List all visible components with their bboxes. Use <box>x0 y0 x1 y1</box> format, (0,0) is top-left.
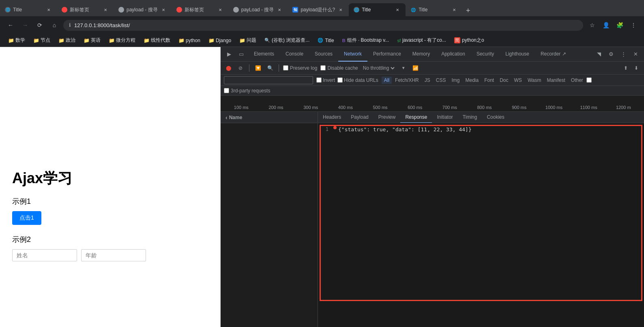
tab-memory[interactable]: Memory <box>407 47 436 62</box>
bookmark-math[interactable]: 📁 数学 <box>5 36 28 45</box>
filter-type-css[interactable]: CSS <box>434 77 449 84</box>
invert-checkbox[interactable] <box>316 77 322 83</box>
invert-label[interactable]: Invert <box>316 77 335 83</box>
bookmark-star-icon[interactable]: ☆ <box>586 19 598 31</box>
tab-8[interactable]: 🌐 Title ✕ <box>406 3 462 16</box>
filter-icon[interactable]: 🔽 <box>253 64 262 73</box>
settings-icon[interactable]: ⋮ <box>628 19 639 31</box>
filter-input[interactable] <box>224 76 313 84</box>
devtools-settings-icon[interactable]: ⚙ <box>606 49 616 60</box>
tab-close-3[interactable]: ✕ <box>160 6 167 13</box>
disable-cache-checkbox[interactable] <box>320 65 326 71</box>
preserve-log-checkbox[interactable] <box>283 65 288 71</box>
record-icon[interactable]: ⬤ <box>224 64 233 73</box>
left-arrow-btn[interactable]: ‹ <box>224 114 229 121</box>
tab-3[interactable]: payload - 搜寻 ✕ <box>114 3 172 16</box>
filter-type-img[interactable]: Img <box>449 77 462 84</box>
detail-tab-headers[interactable]: Headers <box>318 112 346 123</box>
bookmark-python[interactable]: 📁 python <box>175 36 204 45</box>
tab-close-6[interactable]: ✕ <box>337 6 344 13</box>
filter-type-js[interactable]: JS <box>422 77 433 84</box>
import-icon[interactable]: ⬆ <box>621 64 630 73</box>
throttle-select[interactable]: No throttling <box>361 65 396 71</box>
tab-elements[interactable]: Elements <box>248 47 280 62</box>
devtools-overflow-icon[interactable]: ◥ <box>594 49 604 60</box>
profile-icon[interactable]: 👤 <box>600 19 612 31</box>
tab-close-5[interactable]: ✕ <box>276 6 283 13</box>
tab-application[interactable]: Application <box>436 47 471 62</box>
detail-tab-initiator[interactable]: Initiator <box>432 112 457 123</box>
tab-lighthouse[interactable]: Lighthouse <box>500 47 535 62</box>
bookmark-linear-algebra[interactable]: 📁 线性代数 <box>140 36 174 45</box>
tab-2[interactable]: 新标签页 ✕ <box>57 3 114 16</box>
devtools-more-icon[interactable]: ⋮ <box>618 49 629 60</box>
bookmark-english[interactable]: 📁 英语 <box>80 36 104 45</box>
tab-close-2[interactable]: ✕ <box>102 6 109 13</box>
home-button[interactable]: ⌂ <box>49 19 60 31</box>
detail-tab-payload[interactable]: Payload <box>346 112 373 123</box>
hide-data-urls-checkbox[interactable] <box>337 77 343 83</box>
bookmark-bootstrap[interactable]: B 组件 · Bootstrap v... <box>339 36 393 45</box>
tab-close-8[interactable]: ✕ <box>451 6 457 13</box>
filter-type-other-checkbox[interactable] <box>586 77 592 83</box>
export-icon[interactable]: ⬇ <box>632 64 641 73</box>
tab-network[interactable]: Network <box>338 47 367 62</box>
detail-tab-timing[interactable]: Timing <box>458 112 482 123</box>
throttle-dropdown-icon[interactable]: ▼ <box>399 64 408 73</box>
tab-title[interactable]: 🌐 Title ✕ <box>0 3 57 16</box>
devtools-close-icon[interactable]: ✕ <box>630 49 641 60</box>
tab-security[interactable]: Security <box>471 47 500 62</box>
tab-5[interactable]: payLoad - 搜寻 ✕ <box>228 3 288 16</box>
bookmark-politics[interactable]: 📁 政治 <box>55 36 79 45</box>
bookmark-title[interactable]: 🌐 Title <box>314 36 337 45</box>
back-button[interactable]: ← <box>5 19 16 31</box>
bookmark-python2[interactable]: 简 python之o <box>451 36 487 45</box>
bookmark-javascript[interactable]: sf javascript - 有了co... <box>394 36 449 45</box>
third-party-label[interactable]: 3rd-party requests <box>224 88 270 94</box>
third-party-checkbox[interactable] <box>224 88 229 93</box>
bookmark-diff-eq[interactable]: 📁 微分方程 <box>105 36 139 45</box>
filter-type-ws[interactable]: WS <box>512 77 524 84</box>
click1-button[interactable]: 点击1 <box>12 211 41 225</box>
bookmark-questions[interactable]: 📁 问题 <box>236 36 260 45</box>
tab-recorder[interactable]: Recorder ↗ <box>535 47 572 62</box>
filter-type-wasm[interactable]: Wasm <box>525 77 544 84</box>
tab-sources[interactable]: Sources <box>309 47 338 62</box>
extensions-icon[interactable]: 🧩 <box>614 19 625 31</box>
url-bar[interactable]: ℹ 127.0.0.1:8000/task/list/ <box>63 20 583 31</box>
hide-data-urls-label[interactable]: Hide data URLs <box>337 77 378 83</box>
filter-type-all[interactable]: All <box>382 77 392 84</box>
tab-7-active[interactable]: 🌐 Title ✕ <box>349 3 406 16</box>
age-input[interactable] <box>81 249 146 261</box>
filter-type-fetchxhr[interactable]: Fetch/XHR <box>393 77 421 84</box>
tab-performance[interactable]: Performance <box>367 47 407 62</box>
device-toolbar-icon[interactable]: ▭ <box>236 49 247 60</box>
tab-console[interactable]: Console <box>280 47 309 62</box>
clear-icon[interactable]: ⊘ <box>236 64 245 73</box>
detail-tab-preview[interactable]: Preview <box>374 112 401 123</box>
tab-4[interactable]: 新标签页 ✕ <box>172 3 228 16</box>
tab-close-1[interactable]: ✕ <box>45 6 52 13</box>
preserve-log-label[interactable]: Preserve log <box>283 65 317 71</box>
filter-type-media[interactable]: Media <box>463 77 481 84</box>
filter-type-other[interactable]: Other <box>569 77 586 84</box>
detail-tab-cookies[interactable]: Cookies <box>482 112 509 123</box>
name-input[interactable] <box>12 249 77 261</box>
reload-button[interactable]: ⟳ <box>34 19 45 31</box>
inspect-element-icon[interactable]: ▶ <box>224 49 234 60</box>
tab-close-7[interactable]: ✕ <box>394 6 401 13</box>
bookmark-django[interactable]: 📁 Django <box>205 36 234 45</box>
filter-type-manifest[interactable]: Manifest <box>544 77 567 84</box>
wifi-icon[interactable]: 📶 <box>411 64 420 73</box>
search-icon[interactable]: 🔍 <box>266 64 275 73</box>
tab-close-4[interactable]: ✕ <box>217 6 223 13</box>
forward-button[interactable]: → <box>19 19 31 31</box>
bookmark-search-browser[interactable]: 🔍 (谷歌) 浏览器查... <box>261 36 313 45</box>
detail-tab-response[interactable]: Response <box>400 112 432 123</box>
disable-cache-label[interactable]: Disable cache <box>320 65 358 71</box>
bookmark-node[interactable]: 📁 节点 <box>30 36 54 45</box>
tab-6[interactable]: 知 payload是什么? ✕ <box>288 3 349 16</box>
new-tab-button[interactable]: + <box>462 5 474 16</box>
filter-type-font[interactable]: Font <box>482 77 496 84</box>
filter-type-doc[interactable]: Doc <box>497 77 511 84</box>
